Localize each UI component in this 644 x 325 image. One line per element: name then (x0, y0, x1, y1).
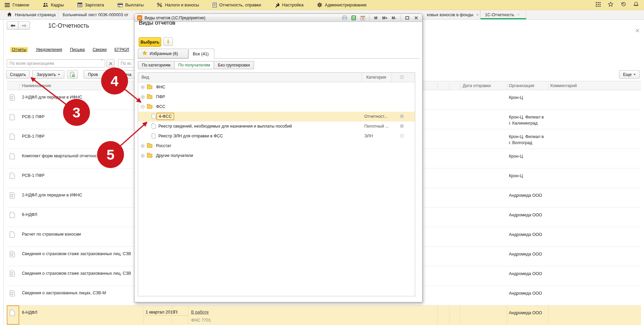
organization-filter-combo[interactable]: По всем организациям (7, 59, 105, 67)
column-header-comment[interactable]: Комментарий (550, 83, 577, 88)
print-icon[interactable] (341, 15, 348, 21)
document-icon (10, 212, 15, 218)
no-grouping-button[interactable]: Без группировки (214, 61, 254, 69)
document-icon (10, 173, 15, 179)
expand-icon[interactable] (141, 144, 145, 148)
folder-icon (147, 95, 152, 99)
section-link-reconciliations[interactable]: Сверки (93, 47, 107, 52)
select-button[interactable]: Выбрать (139, 37, 161, 47)
menu-taxes[interactable]: Налоги и взносы (157, 2, 199, 7)
chevron-down-icon (58, 74, 60, 75)
menu-staff[interactable]: Кадры (43, 2, 64, 7)
tree-row-registry-eln[interactable]: Реестр ЭЛН для отправки в ФСС ЭЛН (138, 131, 415, 141)
section-link-reports[interactable]: Отчеты (10, 47, 28, 52)
tab-all[interactable]: Все (41) (188, 49, 214, 59)
tree-row-pfr[interactable]: ПФР (138, 92, 415, 102)
menu-main[interactable]: Главное (5, 2, 29, 7)
column-header-organization[interactable]: Организация (509, 83, 534, 88)
star-icon[interactable] (608, 2, 613, 8)
calculator-icon[interactable] (350, 15, 357, 21)
report-status-link[interactable]: В работе (191, 310, 209, 315)
star-icon (142, 51, 147, 56)
favorite-star-icon[interactable] (399, 124, 404, 129)
expand-icon[interactable] (141, 85, 145, 89)
tab-1c-reporting[interactable]: 1С-Отчетность × (480, 10, 526, 19)
tab-home[interactable]: Начальная страница (3, 10, 58, 19)
calendar-icon[interactable]: 31 (359, 15, 366, 21)
menu-salary[interactable]: Зарплата (78, 2, 104, 7)
scale-m-minus-button[interactable]: M- (391, 15, 397, 21)
document-icon (10, 134, 15, 140)
star-column-header-icon[interactable] (399, 75, 404, 80)
doc-plus-icon (70, 72, 75, 77)
close-icon[interactable]: × (517, 12, 520, 17)
tree-row-fns[interactable]: ФНС (138, 82, 415, 92)
svg-text:31: 31 (361, 17, 364, 20)
tree-row-4fss-selected[interactable]: 4-ФСС Отчетност... (138, 112, 415, 121)
scale-m-button[interactable]: M (372, 15, 379, 21)
category-value: Пилотный ... (364, 124, 393, 129)
clear-filter-button[interactable] (106, 59, 115, 67)
create-button[interactable]: Создать (6, 70, 30, 79)
expand-icon[interactable] (141, 154, 145, 158)
report-organization: Андромеда ООО (509, 232, 547, 238)
close-icon[interactable]: × (476, 12, 479, 17)
percent-icon (157, 3, 162, 7)
history-icon[interactable] (621, 2, 626, 8)
collapse-icon[interactable] (141, 105, 145, 109)
report-organization: Андромеда ООО (509, 251, 547, 258)
document-icon (10, 232, 15, 238)
apps-grid-icon[interactable] (596, 2, 601, 8)
tab-sick-leave[interactable]: Больничный лист 003К-000003 от (58, 10, 143, 19)
column-header-name[interactable]: Наименование (22, 83, 51, 88)
document-sent-icon (10, 271, 15, 277)
info-button[interactable]: i (163, 37, 173, 46)
scale-m-plus-button[interactable]: M+ (381, 15, 388, 21)
column-header-category[interactable]: Категория (366, 75, 386, 80)
hamburger-icon[interactable] (5, 3, 10, 7)
nav-buttons (7, 21, 30, 30)
folder-icon (147, 85, 152, 89)
menu-payments[interactable]: Выплаты (118, 2, 144, 7)
section-link-egrul[interactable]: ЕГРЮЛ (115, 47, 129, 52)
tree-row-fss[interactable]: ФСС (138, 102, 415, 112)
section-link-letters[interactable]: Письма (70, 47, 85, 52)
maximize-icon[interactable] (404, 15, 410, 21)
section-links: Отчеты Уведомления Письма Сверки ЕГРЮЛ (10, 47, 129, 52)
tab-favorites[interactable]: Избранные (6) (138, 49, 188, 58)
document-icon (213, 3, 217, 7)
section-link-notifications[interactable]: Уведомления (36, 47, 62, 52)
back-button[interactable] (7, 21, 19, 30)
tree-row-rosstat[interactable]: Росстат (138, 141, 415, 151)
load-button[interactable]: Загрузить (32, 70, 64, 79)
close-icon[interactable] (413, 15, 420, 21)
favorite-star-icon[interactable] (399, 133, 404, 139)
card-icon (118, 3, 123, 7)
dialog-titlebar[interactable]: 1С Виды отчетов (1С:Предприятие) 31 M M+… (134, 14, 422, 22)
report-organization: Крон-Ц (509, 173, 547, 179)
group-by-categories-button[interactable]: По категориям (138, 61, 175, 69)
chevron-down-icon[interactable] (99, 60, 105, 66)
more-button[interactable]: Еще (619, 70, 640, 79)
menu-settings[interactable]: Настройка (275, 2, 304, 7)
expand-icon[interactable] (141, 95, 145, 99)
report-organization: Андромеда ООО (509, 291, 547, 297)
favorite-star-icon[interactable] (399, 114, 404, 119)
column-header-sent-date[interactable]: Дата отправки (463, 83, 491, 88)
report-name: Комплект форм квартальной отчетнос (22, 154, 97, 158)
column-header-kind[interactable]: Вид (142, 75, 149, 80)
forward-button[interactable] (18, 21, 30, 30)
group-by-recipients-button[interactable]: По получателям (175, 61, 214, 69)
menu-reporting[interactable]: Отчетность, справки (213, 2, 261, 7)
document-icon (152, 133, 156, 138)
table-row-selected[interactable]: 6-НДФЛ 1 квартал 2019 г. П В работе ФНС … (7, 305, 641, 325)
report-status-detail: ФНС 7701 (191, 318, 211, 323)
load-file-button[interactable] (67, 70, 78, 79)
menu-administration[interactable]: Администрирование (317, 2, 367, 7)
info-icon: i (167, 39, 169, 45)
tree-row-registry-benefits[interactable]: Реестр сведений, необходимых для назначе… (138, 121, 415, 131)
form-close-icon[interactable] (636, 28, 639, 34)
tree-row-other-recipients[interactable]: Другие получатели (138, 151, 415, 161)
bell-icon[interactable] (634, 2, 639, 8)
tab-contributions[interactable]: ховых взносов в фонды × (422, 10, 480, 19)
